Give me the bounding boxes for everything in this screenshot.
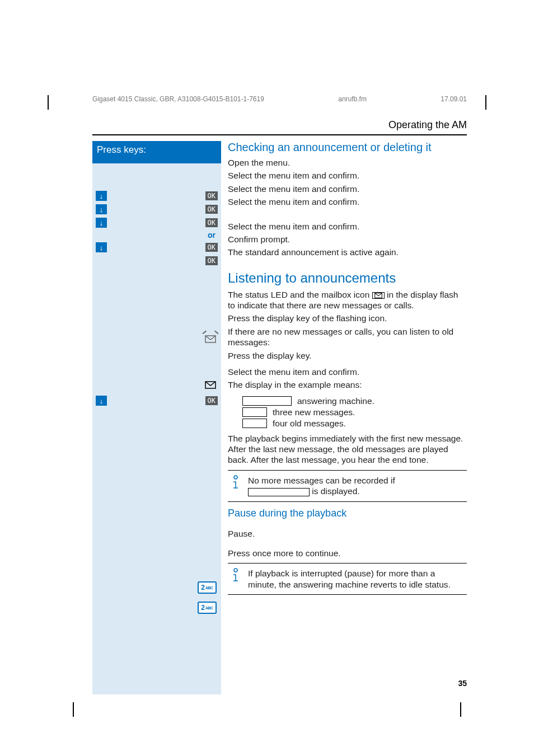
instruction-text: Select the menu item and confirm. <box>228 170 467 181</box>
menu-label <box>196 208 203 210</box>
instruction-text: Select the menu item and confirm. <box>228 367 467 377</box>
down-arrow-icon: ↓ <box>96 396 107 406</box>
instruction-text: Press the display key. <box>228 350 467 361</box>
menu-row: ↓ OK <box>92 394 221 407</box>
mail-flash-row <box>92 332 221 346</box>
menu-label <box>196 400 203 402</box>
menu-row-open <box>92 176 221 189</box>
section-heading: Listening to announcements <box>228 270 467 286</box>
menu-row: OK <box>92 254 221 267</box>
key-row: 2ABC <box>92 581 221 594</box>
instruction-text: Select the menu item and confirm. <box>228 196 467 207</box>
example-field <box>242 407 267 417</box>
doc-header: Gigaset 4015 Classic, GBR, A31008-G4015-… <box>92 95 467 103</box>
instruction-text: Press once more to continue. <box>228 548 467 558</box>
menu-label <box>211 181 218 184</box>
crop-mark <box>48 95 49 110</box>
ok-key: OK <box>205 396 218 405</box>
menu-row: ↓ OK <box>92 203 221 216</box>
menu-label <box>196 246 203 248</box>
doc-date: 17.09.01 <box>441 95 467 103</box>
example-text: answering machine. <box>297 396 374 406</box>
page-number: 35 <box>458 679 467 688</box>
example-row: four old messages. <box>242 419 467 429</box>
right-column: Checking an announcement or deleting it … <box>221 141 467 694</box>
menu-row: ↓ OK <box>92 241 221 254</box>
ok-key: OK <box>205 256 218 265</box>
instruction-text: Press the display key of the flashing ic… <box>228 313 467 323</box>
example-field <box>242 396 292 406</box>
menu-row: ↓ OK <box>92 189 221 203</box>
example-row: three new messages. <box>242 407 467 417</box>
doc-filename: anrufb.fm <box>338 95 367 103</box>
instruction-text: Pause. <box>228 528 467 539</box>
note-box: If playback is interrupted (pause) for m… <box>228 563 467 595</box>
ok-key: OK <box>205 191 218 200</box>
menu-row: ↓ OK <box>92 216 221 229</box>
note-text: No more messages can be recorded if is d… <box>248 475 465 497</box>
section-heading: Checking an announcement or deleting it <box>228 141 467 154</box>
ok-key: OK <box>205 243 218 252</box>
svg-point-4 <box>234 569 237 572</box>
down-arrow-icon: ↓ <box>96 191 107 201</box>
key-2: 2ABC <box>198 602 217 614</box>
crop-mark <box>460 702 461 717</box>
info-icon <box>230 475 248 497</box>
menu-label <box>196 222 203 224</box>
subsection-heading: Pause during the playback <box>228 508 467 519</box>
mail-inline-icon <box>372 292 385 299</box>
example-text: four old messages. <box>273 419 346 429</box>
example-row: answering machine. <box>242 396 467 406</box>
press-keys-banner: Press keys: <box>92 141 221 163</box>
mail-flash-icon <box>204 334 217 344</box>
info-icon <box>230 568 248 590</box>
note-box: No more messages can be recorded if is d… <box>228 470 467 502</box>
crop-mark <box>485 95 486 110</box>
body-text: The display in the example means: <box>228 379 467 390</box>
body-text: If there are no new messages or calls, y… <box>228 326 467 348</box>
instruction-text: Select the menu item and confirm. <box>228 221 467 232</box>
down-arrow-icon: ↓ <box>96 242 107 252</box>
instruction-text: Open the menu. <box>228 157 467 168</box>
body-text: The status LED and the mailbox icon in t… <box>228 289 467 311</box>
instruction-text: The standard announcement is active agai… <box>228 247 467 257</box>
example-field <box>242 419 267 428</box>
menu-label <box>196 260 203 262</box>
note-text: If playback is interrupted (pause) for m… <box>248 568 465 590</box>
ok-key: OK <box>205 205 218 214</box>
ok-key: OK <box>205 218 218 227</box>
running-header: Operating the AM <box>92 119 467 135</box>
mail-icon <box>204 380 217 390</box>
key-2: 2ABC <box>198 581 217 594</box>
crop-mark <box>73 702 74 717</box>
mail-row <box>92 378 221 392</box>
instruction-text: Select the menu item and confirm. <box>228 184 467 194</box>
display-field <box>248 488 310 496</box>
example-text: three new messages. <box>273 407 355 417</box>
svg-point-3 <box>234 476 237 479</box>
menu-label <box>196 195 203 197</box>
or-separator: or <box>92 229 221 241</box>
down-arrow-icon: ↓ <box>96 204 107 214</box>
down-arrow-icon: ↓ <box>96 218 107 228</box>
doc-id: Gigaset 4015 Classic, GBR, A31008-G4015-… <box>92 95 264 103</box>
left-column: Press keys: ↓ OK ↓ OK ↓ OK or ↓ OK OK <box>92 141 221 694</box>
key-row: 2ABC <box>92 601 221 614</box>
instruction-text: Confirm prompt. <box>228 234 467 245</box>
content: Press keys: ↓ OK ↓ OK ↓ OK or ↓ OK OK <box>92 141 467 694</box>
body-text: The playback begins immediately with the… <box>228 433 467 466</box>
